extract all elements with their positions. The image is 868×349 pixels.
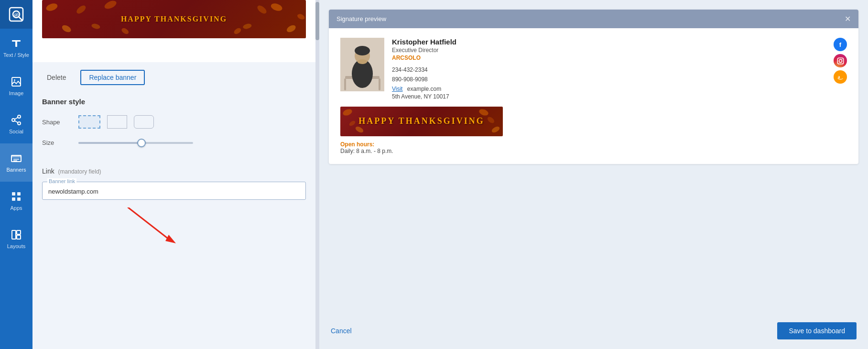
instagram-logo xyxy=(837,57,844,65)
svg-rect-23 xyxy=(17,235,21,239)
main-panel: HAPPY THANKSGIVING Delete Replace banner… xyxy=(33,0,319,349)
sidebar-item-banners[interactable]: Banners xyxy=(0,143,33,182)
apps-icon xyxy=(11,191,22,202)
banner-icon xyxy=(11,153,22,164)
person-phone2: 890-908-9098 xyxy=(392,75,829,84)
action-buttons-row: Delete Replace banner xyxy=(33,62,315,93)
sidebar-item-social[interactable]: Social xyxy=(0,105,33,143)
signature-body: Kristopher Hatfield Executive Director A… xyxy=(329,28,858,164)
social-icons: f a xyxy=(834,38,847,84)
layouts-icon xyxy=(11,229,22,240)
right-panel: Signature preview ✕ xyxy=(319,0,868,349)
svg-point-48 xyxy=(842,59,842,59)
sidebar-item-label: Social xyxy=(9,129,23,134)
svg-point-33 xyxy=(296,13,305,21)
svg-point-29 xyxy=(270,2,283,12)
shape-option-rect[interactable] xyxy=(107,115,127,129)
banner-text: HAPPY THANKSGIVING xyxy=(121,15,227,23)
close-icon[interactable]: ✕ xyxy=(845,14,851,23)
panel-scrollbar-thumb[interactable] xyxy=(315,2,319,40)
svg-rect-14 xyxy=(11,155,21,157)
svg-point-26 xyxy=(75,4,87,15)
sidebar-item-image[interactable]: Image xyxy=(0,67,33,105)
shape-label: Shape xyxy=(42,119,71,126)
svg-rect-6 xyxy=(12,77,21,86)
signature-banner: HAPPY THANKSGIVING xyxy=(340,107,503,136)
bottom-bar: Cancel Save to dashboard xyxy=(329,322,858,339)
size-label: Size xyxy=(42,139,71,146)
image-icon xyxy=(11,76,22,87)
svg-rect-19 xyxy=(12,197,15,201)
svg-rect-20 xyxy=(17,197,21,201)
svg-point-27 xyxy=(91,23,100,30)
banner-preview-area: HAPPY THANKSGIVING xyxy=(33,0,315,62)
svg-point-52 xyxy=(478,108,489,117)
svg-point-24 xyxy=(45,2,58,12)
svg-point-32 xyxy=(242,23,252,30)
sig-banner-text: HAPPY THANKSGIVING xyxy=(358,116,485,126)
svg-rect-17 xyxy=(12,192,15,196)
svg-line-36 xyxy=(128,207,171,241)
svg-rect-5 xyxy=(15,40,17,47)
amazon-logo: a xyxy=(836,73,844,81)
svg-point-55 xyxy=(348,120,356,127)
delete-button[interactable]: Delete xyxy=(42,71,71,84)
svg-line-2 xyxy=(19,17,22,20)
nav-logo[interactable]: @ xyxy=(0,0,33,29)
sidebar-item-apps[interactable]: Apps xyxy=(0,182,33,220)
banner-link-input-group: Banner link xyxy=(42,182,306,200)
svg-rect-21 xyxy=(12,230,16,239)
link-title: Link (mandatory field) xyxy=(42,167,306,175)
slider-thumb[interactable] xyxy=(137,139,146,147)
save-dashboard-button[interactable]: Save to dashboard xyxy=(777,322,857,339)
shape-option-rounded[interactable] xyxy=(134,115,154,129)
shape-option-dashed[interactable] xyxy=(78,115,100,129)
svg-rect-41 xyxy=(379,78,380,90)
left-nav: @ Text / Style Image xyxy=(0,0,33,349)
arrow-area xyxy=(33,207,315,251)
person-title: Executive Director xyxy=(392,47,829,54)
svg-point-54 xyxy=(487,116,496,124)
svg-point-44 xyxy=(355,46,370,55)
svg-point-45 xyxy=(358,59,367,64)
amazon-icon[interactable]: a xyxy=(834,70,847,84)
person-phone1: 234-432-2334 xyxy=(392,65,829,75)
svg-point-51 xyxy=(355,125,365,134)
signature-preview-title: Signature preview xyxy=(336,15,386,22)
svg-point-35 xyxy=(233,27,242,35)
facebook-icon[interactable]: f xyxy=(834,38,847,51)
size-slider[interactable] xyxy=(78,142,193,144)
svg-line-12 xyxy=(15,118,18,120)
open-hours-label: Open hours: xyxy=(340,141,847,148)
open-hours-value: Daily: 8 a.m. - 8 p.m. xyxy=(340,148,847,154)
replace-banner-button[interactable]: Replace banner xyxy=(80,70,145,85)
svg-point-7 xyxy=(14,79,15,81)
svg-point-9 xyxy=(12,119,15,121)
svg-text:@: @ xyxy=(14,11,19,17)
svg-rect-40 xyxy=(344,78,346,90)
banner-style-section: Banner style Shape Size xyxy=(33,93,315,163)
sidebar-item-label: Apps xyxy=(10,205,22,211)
instagram-icon[interactable] xyxy=(834,54,847,67)
person-company: ARCSOLO xyxy=(392,55,829,61)
svg-point-30 xyxy=(285,24,297,33)
panel-scrollbar[interactable] xyxy=(315,0,319,349)
svg-rect-18 xyxy=(17,192,21,196)
share-icon xyxy=(11,114,22,126)
banner-link-input[interactable] xyxy=(48,188,300,195)
website: example.com xyxy=(407,86,441,92)
sidebar-item-text-style[interactable]: Text / Style xyxy=(0,29,33,67)
svg-point-25 xyxy=(61,24,72,33)
shape-options xyxy=(78,115,154,129)
svg-point-34 xyxy=(120,27,130,35)
banner-image: HAPPY THANKSGIVING xyxy=(42,0,306,38)
person-photo xyxy=(340,38,384,91)
cancel-button[interactable]: Cancel xyxy=(331,323,352,338)
signature-preview-header: Signature preview ✕ xyxy=(329,10,858,28)
sidebar-item-layouts[interactable]: Layouts xyxy=(0,220,33,258)
svg-point-53 xyxy=(491,125,501,134)
svg-line-11 xyxy=(15,121,18,123)
open-hours: Open hours: Daily: 8 a.m. - 8 p.m. xyxy=(340,141,847,154)
link-section: Link (mandatory field) Banner link xyxy=(33,163,315,207)
svg-point-10 xyxy=(18,122,21,125)
